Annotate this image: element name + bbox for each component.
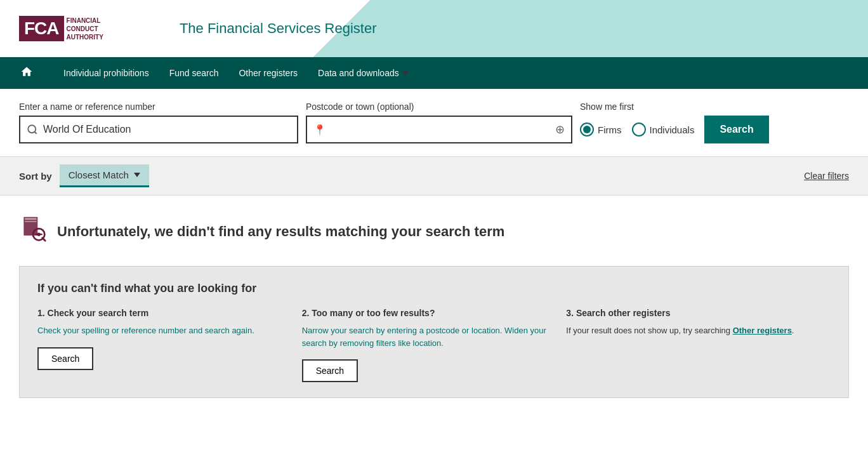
help-col-3-text-after: . [792, 326, 794, 335]
help-col-2: 2. Too many or too few results? Narrow y… [302, 308, 567, 382]
fca-box-text: FCA [19, 16, 64, 41]
svg-line-1 [34, 131, 36, 133]
firms-radio-button[interactable] [580, 123, 594, 136]
gps-locate-icon[interactable]: ⊕ [555, 123, 565, 136]
no-results-icon [19, 215, 47, 248]
search-icon [27, 124, 38, 135]
nav-other-registers[interactable]: Other registers [228, 57, 308, 89]
no-results-message: Unfortunately, we didn't find any result… [57, 223, 504, 240]
results-area: Unfortunately, we didn't find any result… [0, 196, 868, 417]
help-col-1-search-button[interactable]: Search [37, 347, 93, 370]
name-search-input[interactable] [43, 124, 291, 135]
radio-row: Firms Individuals Search [580, 116, 769, 143]
sort-by-label: Sort by [19, 171, 52, 182]
svg-rect-3 [25, 218, 36, 220]
header-title: The Financial Services Register [180, 20, 377, 37]
firms-radio-label: Firms [598, 124, 622, 135]
data-downloads-chevron-icon [402, 71, 409, 76]
search-row: Enter a name or reference number Postcod… [19, 102, 849, 143]
nav-home-button[interactable] [13, 56, 41, 90]
postcode-search-input[interactable] [331, 124, 550, 135]
location-pin-icon: 📍 [313, 124, 326, 136]
clear-filters-link[interactable]: Clear filters [804, 171, 849, 181]
help-col-3-text-before: If your result does not show up, try sea… [566, 326, 732, 335]
individuals-radio-label: Individuals [650, 124, 695, 135]
sort-left: Sort by Closest Match [19, 164, 149, 187]
name-field-group: Enter a name or reference number [19, 102, 298, 143]
svg-rect-4 [25, 221, 36, 222]
svg-point-7 [37, 232, 41, 236]
radio-firms[interactable]: Firms [580, 123, 622, 136]
nav-individual-prohibitions[interactable]: Individual prohibitions [53, 57, 159, 89]
other-registers-link[interactable]: Other registers [733, 326, 792, 335]
fca-logo: FCA FINANCIAL CONDUCT AUTHORITY [19, 16, 103, 41]
sort-bar: Sort by Closest Match Clear filters [0, 157, 868, 196]
help-box: If you can't find what you are looking f… [19, 266, 849, 398]
svg-line-8 [43, 238, 46, 241]
name-input-wrap [19, 116, 298, 143]
logo-area: FCA FINANCIAL CONDUCT AUTHORITY [19, 16, 103, 41]
no-results-header: Unfortunately, we didn't find any result… [19, 215, 849, 248]
postcode-field-group: Postcode or town (optional) 📍 ⊕ [306, 102, 572, 143]
help-columns: 1. Check your search term Check your spe… [37, 308, 831, 382]
help-col-1-title: 1. Check your search term [37, 308, 283, 318]
name-field-label: Enter a name or reference number [19, 102, 298, 112]
individuals-radio-button[interactable] [632, 123, 646, 136]
sort-selected-value: Closest Match [69, 170, 129, 180]
show-first-group: Show me first Firms Individuals Search [580, 102, 769, 143]
fca-subtitle: FINANCIAL CONDUCT AUTHORITY [67, 17, 103, 41]
help-col-3-text: If your result does not show up, try sea… [566, 324, 812, 337]
nav-fund-search[interactable]: Fund search [159, 57, 229, 89]
header: FCA FINANCIAL CONDUCT AUTHORITY The Fina… [0, 0, 868, 57]
search-section: Enter a name or reference number Postcod… [0, 89, 868, 157]
radio-individuals[interactable]: Individuals [632, 123, 695, 136]
search-button[interactable]: Search [704, 116, 768, 143]
postcode-field-label: Postcode or town (optional) [306, 102, 572, 112]
help-col-2-title: 2. Too many or too few results? [302, 308, 548, 318]
postcode-input-wrap: 📍 ⊕ [306, 116, 572, 143]
main-nav: Individual prohibitions Fund search Othe… [0, 57, 868, 89]
help-col-3: 3. Search other registers If your result… [566, 308, 831, 382]
help-col-2-search-button[interactable]: Search [302, 359, 358, 382]
help-box-title: If you can't find what you are looking f… [37, 282, 831, 295]
help-col-1-text: Check your spelling or reference number … [37, 324, 283, 337]
help-col-2-text: Narrow your search by entering a postcod… [302, 324, 548, 349]
help-col-3-title: 3. Search other registers [566, 308, 812, 318]
nav-data-downloads[interactable]: Data and downloads [308, 57, 419, 89]
sort-chevron-icon [134, 173, 140, 177]
svg-point-0 [28, 125, 36, 133]
sort-dropdown[interactable]: Closest Match [60, 164, 149, 187]
help-col-1: 1. Check your search term Check your spe… [37, 308, 302, 382]
show-first-label: Show me first [580, 102, 769, 112]
